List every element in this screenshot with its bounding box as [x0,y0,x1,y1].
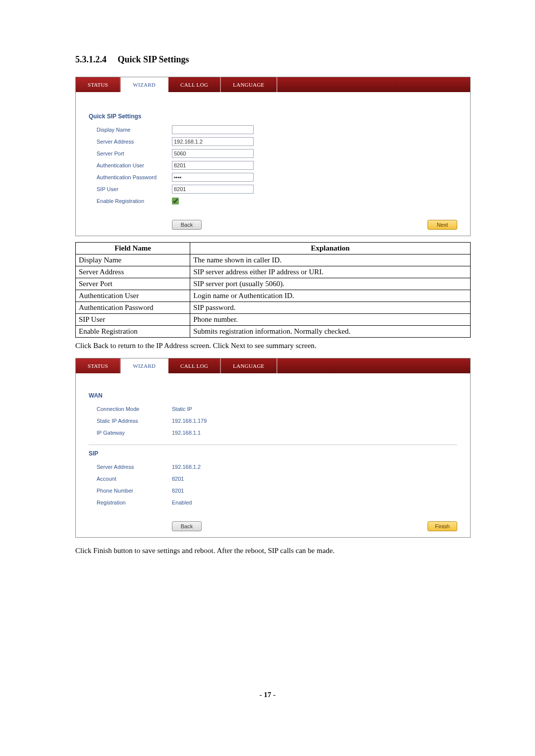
input-server-port[interactable] [172,149,254,158]
tab-status[interactable]: STATUS [76,77,121,92]
group-title-wan: WAN [89,392,457,399]
after-text: Click Finish button to save settings and… [75,546,471,556]
label-server-port: Server Port [97,151,172,156]
cell-field: Server Port [76,278,190,290]
tab-language[interactable]: LANGUAGE [221,77,277,92]
cell-expl: Phone number. [190,314,471,326]
sip-value: 192.168.1.2 [172,464,201,470]
label-auth-password: Authentication Password [97,174,172,180]
input-server-address[interactable] [172,137,254,146]
cell-field: Authentication Password [76,302,190,314]
sip-label: Registration [97,500,172,505]
divider [89,445,457,445]
table-row: Authentication UserLogin name or Authent… [76,290,471,302]
row-enable-registration: Enable Registration [97,196,457,206]
sip-row: RegistrationEnabled [97,498,457,507]
sip-form-content: Quick SIP Settings Display Name Server A… [76,92,470,217]
row-server-port: Server Port [97,149,457,158]
table-row: Server PortSIP server port (usually 5060… [76,278,471,290]
wan-row: Static IP Address192.168.1.179 [97,416,457,426]
table-row: Enable RegistrationSubmits registration … [76,326,471,338]
summary-panel: STATUS WIZARD CALL LOG LANGUAGE WAN Conn… [75,358,471,538]
row-sip-user: SIP User [97,184,457,194]
next-button[interactable]: Next [428,220,457,230]
row-auth-user: Authentication User [97,160,457,170]
tab2-status[interactable]: STATUS [76,358,121,373]
cell-expl: SIP password. [190,302,471,314]
section-number: 5.3.1.2.4 [75,54,107,64]
label-auth-user: Authentication User [97,162,172,168]
row-auth-password: Authentication Password [97,172,457,182]
back-button-2[interactable]: Back [172,521,202,531]
table-row: SIP UserPhone number. [76,314,471,326]
wan-label: IP Gateway [97,430,172,436]
label-display-name: Display Name [97,127,172,133]
wan-row: IP Gateway192.168.1.1 [97,428,457,438]
tab-bar: STATUS WIZARD CALL LOG LANGUAGE [76,77,470,92]
tab-call-log[interactable]: CALL LOG [168,77,221,92]
input-auth-user[interactable] [172,161,254,170]
cell-field: Server Address [76,266,190,278]
wan-label: Static IP Address [97,418,172,424]
table-row: Server AddressSIP server address either … [76,266,471,278]
cell-expl: Submits registration information. Normal… [190,326,471,338]
input-auth-password[interactable] [172,173,254,182]
sip-value: Enabled [172,500,192,505]
cell-expl: Login name or Authentication ID. [190,290,471,302]
wan-value: 192.168.1.1 [172,430,201,436]
cell-field: Enable Registration [76,326,190,338]
sip-label: Phone Number [97,488,172,494]
sip-label: Server Address [97,464,172,470]
sip-row: Server Address192.168.1.2 [97,462,457,472]
cell-expl: The name shown in caller ID. [190,254,471,266]
label-enable-registration: Enable Registration [97,198,172,204]
finish-button[interactable]: Finish [428,521,457,531]
th-field-name: Field Name [76,243,190,254]
sip-value: 8201 [172,488,184,494]
sip-row: Account8201 [97,474,457,484]
sip-label: Account [97,476,172,482]
th-explanation: Explanation [190,243,471,254]
section-title-text: Quick SIP Settings [118,54,189,64]
row-server-address: Server Address [97,137,457,147]
cell-field: Authentication User [76,290,190,302]
input-display-name[interactable] [172,125,254,134]
sip-value: 8201 [172,476,184,482]
sip-settings-panel: STATUS WIZARD CALL LOG LANGUAGE Quick SI… [75,77,471,236]
tab2-call-log[interactable]: CALL LOG [168,358,221,373]
summary-content: WAN Connection ModeStatic IP Static IP A… [76,373,470,518]
wan-value: Static IP [172,406,192,412]
button-row-1: Back Next [76,217,470,236]
row-display-name: Display Name [97,125,457,135]
back-button[interactable]: Back [172,220,202,230]
cell-expl: SIP server port (usually 5060). [190,278,471,290]
table-row: Display NameThe name shown in caller ID. [76,254,471,266]
page-number: - 17 - [260,691,276,699]
group-title-sip-summary: SIP [89,450,457,457]
sip-row: Phone Number8201 [97,486,457,496]
label-sip-user: SIP User [97,186,172,192]
between-text: Click Back to return to the IP Address s… [75,341,471,351]
cell-field: Display Name [76,254,190,266]
tab2-wizard[interactable]: WIZARD [121,358,168,373]
cell-field: SIP User [76,314,190,326]
wan-row: Connection ModeStatic IP [97,404,457,414]
wan-label: Connection Mode [97,406,172,412]
table-row: Authentication PasswordSIP password. [76,302,471,314]
cell-expl: SIP server address either IP address or … [190,266,471,278]
label-server-address: Server Address [97,139,172,145]
tab-wizard[interactable]: WIZARD [121,77,168,92]
wan-value: 192.168.1.179 [172,418,207,424]
field-explanation-table: Field Name Explanation Display NameThe n… [75,242,471,338]
table-header-row: Field Name Explanation [76,243,471,254]
input-sip-user[interactable] [172,185,254,194]
group-title-sip: Quick SIP Settings [89,113,457,120]
tab2-language[interactable]: LANGUAGE [221,358,277,373]
tab-bar-2: STATUS WIZARD CALL LOG LANGUAGE [76,358,470,373]
checkbox-enable-registration[interactable] [172,198,179,204]
section-heading: 5.3.1.2.4 Quick SIP Settings [75,54,471,65]
button-row-2: Back Finish [76,518,470,537]
